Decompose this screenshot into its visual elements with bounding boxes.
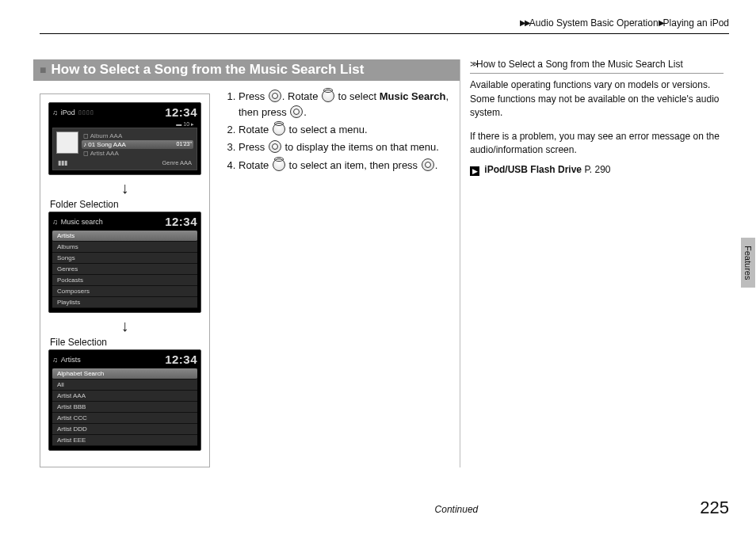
list-item: Alphabet Search bbox=[52, 368, 197, 380]
sidebar-ref-bold: iPod/USB Flash Drive bbox=[484, 164, 582, 175]
page-number: 225 bbox=[700, 498, 729, 518]
signal-icon: ▯▯▯▯ bbox=[78, 109, 94, 116]
press-button-icon bbox=[269, 90, 281, 102]
instruction-step: Rotate to select an item, then press . bbox=[239, 158, 450, 174]
screen1-genre: Genre AAA bbox=[162, 159, 192, 166]
screen2-title: Music search bbox=[61, 218, 103, 226]
instruction-step: Press . Rotate to select Music Search, t… bbox=[239, 89, 450, 120]
sidebar-para2: If there is a problem, you may see an er… bbox=[470, 130, 724, 158]
album-art-thumbnail bbox=[56, 132, 78, 154]
screen-music-search: ♫ Music search 12:34 ArtistsAlbumsSongsG… bbox=[48, 212, 201, 313]
instruction-step: Press to display the items on that menu. bbox=[239, 139, 450, 155]
screen1-track: 01 Song AAA bbox=[88, 141, 126, 148]
arrow-down-icon: ↓ bbox=[48, 180, 201, 196]
arrow-down-icon: ↓ bbox=[48, 318, 201, 334]
step-bold: Music Search bbox=[380, 90, 446, 102]
list-item: Artist BBB bbox=[52, 402, 197, 413]
list-item: Playlists bbox=[52, 297, 197, 308]
breadcrumb-section: Audio System Basic Operation bbox=[529, 17, 659, 29]
section-title: ■ How to Select a Song from the Music Se… bbox=[33, 59, 460, 81]
screen-artists: ♫ Artists 12:34 Alphabet SearchAllArtist… bbox=[48, 349, 201, 451]
list-item: Albums bbox=[52, 242, 197, 253]
press-button-icon bbox=[269, 140, 281, 153]
caption-folder: Folder Selection bbox=[50, 199, 201, 210]
sidebar-para1: Available operating functions vary on mo… bbox=[470, 78, 724, 120]
screen1-clock: 12:34 bbox=[165, 105, 197, 119]
music-note-icon: ♫ bbox=[52, 109, 58, 116]
rotate-dial-icon bbox=[273, 158, 285, 171]
instruction-step: Rotate to select a menu. bbox=[239, 122, 450, 138]
list-item: Songs bbox=[52, 253, 197, 264]
list-item: Artist AAA bbox=[52, 391, 197, 402]
sidebar-heading-text: How to Select a Song from the Music Sear… bbox=[476, 59, 683, 70]
music-note-icon: ♫ bbox=[52, 218, 58, 226]
screen3-clock: 12:34 bbox=[165, 353, 197, 366]
list-item: All bbox=[52, 380, 197, 391]
instruction-steps: Press . Rotate to select Music Search, t… bbox=[224, 89, 450, 174]
breadcrumb: ▶▶Audio System Basic Operation▶Playing a… bbox=[40, 17, 729, 34]
screen1-count: 10 bbox=[183, 121, 189, 127]
music-note-icon: ♫ bbox=[52, 356, 58, 364]
list-item: Composers bbox=[52, 286, 197, 297]
sidebar-heading: ≫How to Select a Song from the Music Sea… bbox=[470, 58, 724, 74]
section-title-text: How to Select a Song from the Music Sear… bbox=[51, 62, 364, 78]
thumb-tab-features: Features bbox=[741, 238, 755, 288]
list-item: Podcasts bbox=[52, 275, 197, 286]
list-item: Artist EEE bbox=[52, 435, 197, 446]
rotate-dial-icon bbox=[322, 90, 334, 102]
continued-label: Continued bbox=[435, 504, 479, 515]
caption-file: File Selection bbox=[50, 337, 201, 348]
screen3-title: Artists bbox=[61, 356, 81, 364]
screen1-artist: Artist AAA bbox=[90, 150, 119, 157]
screen1-source: iPod bbox=[61, 109, 75, 116]
sidebar-reference: ▶ iPod/USB Flash Drive P. 290 bbox=[470, 163, 724, 177]
sidebar-ref-page: P. 290 bbox=[584, 164, 610, 175]
eq-icon: ▮▮▮ bbox=[58, 159, 67, 166]
breadcrumb-sub: Playing an iPod bbox=[663, 17, 729, 29]
square-bullet-icon: ■ bbox=[40, 63, 46, 76]
figure-stack: ♫ iPod ▯▯▯▯ 12:34 ▬ 10 ▸ bbox=[40, 93, 210, 467]
screen1-album: Album AAA bbox=[90, 132, 122, 139]
screen1-time: 01'23" bbox=[177, 141, 192, 147]
press-button-icon bbox=[290, 105, 303, 118]
reference-box-icon: ▶ bbox=[470, 166, 479, 176]
rotate-dial-icon bbox=[273, 123, 285, 135]
press-button-icon bbox=[422, 158, 434, 171]
list-item: Genres bbox=[52, 264, 197, 275]
list-item: Artists bbox=[52, 231, 197, 242]
breadcrumb-chevron-icon: ▶▶ bbox=[520, 18, 529, 27]
screen2-clock: 12:34 bbox=[165, 215, 197, 228]
double-chevron-icon: ≫ bbox=[470, 59, 476, 68]
list-item: Artist CCC bbox=[52, 413, 197, 424]
list-item: Artist DDD bbox=[52, 424, 197, 435]
screen-now-playing: ♫ iPod ▯▯▯▯ 12:34 ▬ 10 ▸ bbox=[48, 102, 201, 175]
